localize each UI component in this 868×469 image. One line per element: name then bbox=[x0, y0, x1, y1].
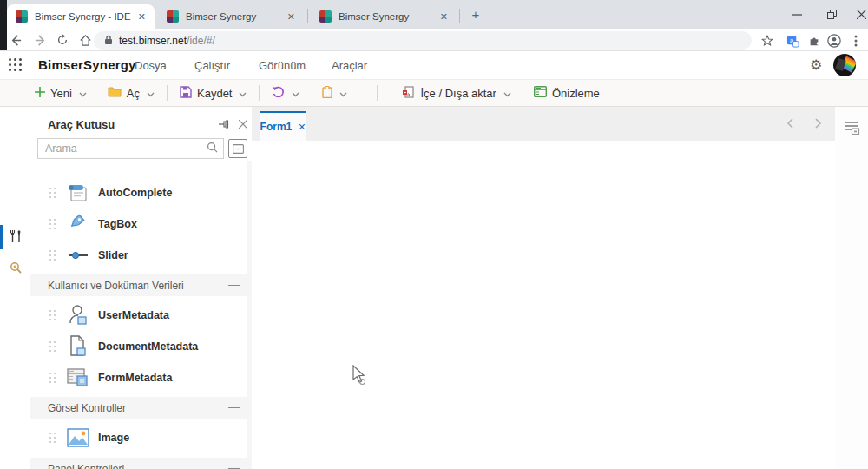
form-metadata-icon bbox=[67, 367, 89, 389]
paste-clipboard-icon bbox=[322, 86, 332, 101]
menu-araclar[interactable]: Araçlar bbox=[332, 59, 367, 72]
forward-icon[interactable] bbox=[31, 31, 49, 49]
user-metadata-icon bbox=[67, 304, 89, 327]
form-tab-close-icon[interactable]: ✕ bbox=[298, 122, 306, 133]
browser-tab-3[interactable]: Bimser Synergy ✕ bbox=[311, 4, 457, 29]
brand-logo-text[interactable]: BimserSynergy bbox=[38, 57, 136, 72]
toolbox-item-tagbox[interactable]: TagBox bbox=[30, 208, 247, 240]
url-host: test.bimser.net bbox=[119, 35, 187, 47]
form-tab-form1[interactable]: Form1 ✕ bbox=[260, 111, 306, 141]
browser-tab-2[interactable]: Bimser Synergy ✕ bbox=[158, 4, 304, 29]
chevron-down-icon bbox=[503, 87, 511, 100]
toolbox-item-label: UserMetadata bbox=[98, 309, 169, 321]
chevron-down-icon bbox=[239, 87, 247, 100]
drag-handle-icon[interactable] bbox=[49, 219, 57, 230]
extension-icon[interactable] bbox=[806, 32, 823, 50]
toolbar-separator bbox=[167, 85, 168, 101]
toolbox-section-panel-controls[interactable]: Panel Kontrolleri — bbox=[30, 458, 252, 469]
open-button[interactable]: Aç bbox=[101, 83, 161, 103]
preview-grid-icon bbox=[534, 86, 547, 100]
tab-close-icon[interactable]: ✕ bbox=[440, 11, 448, 23]
new-tab-icon[interactable]: + bbox=[469, 8, 483, 22]
document-metadata-icon bbox=[67, 335, 89, 358]
tag-icon bbox=[67, 213, 89, 235]
star-icon[interactable] bbox=[759, 32, 776, 50]
save-button-label: Kaydet bbox=[197, 87, 232, 100]
tab-close-icon[interactable]: ✕ bbox=[287, 11, 295, 23]
tab-scroll-left-icon[interactable] bbox=[783, 116, 797, 130]
drag-handle-icon[interactable] bbox=[49, 433, 57, 444]
tab-close-icon[interactable]: ✕ bbox=[138, 11, 146, 23]
toolbox-item-autocomplete[interactable]: AutoComplete bbox=[30, 177, 247, 208]
toolbox-search[interactable] bbox=[37, 138, 224, 159]
toolbox-item-documentmetadata[interactable]: DocumentMetadata bbox=[30, 331, 247, 362]
url-input[interactable]: test.bimser.net/ide/#/ bbox=[94, 31, 752, 50]
close-icon[interactable] bbox=[236, 117, 250, 131]
undo-button[interactable] bbox=[265, 83, 306, 103]
chevron-down-icon bbox=[147, 87, 155, 100]
active-rail-indicator bbox=[0, 225, 3, 249]
toolbox-item-formmetadata[interactable]: FormMetadata bbox=[30, 362, 247, 393]
collapse-section-icon[interactable]: — bbox=[228, 461, 240, 469]
new-button[interactable]: Yeni bbox=[28, 83, 94, 103]
section-title: Görsel Kontroller bbox=[48, 402, 126, 414]
new-button-label: Yeni bbox=[50, 87, 72, 100]
close-icon[interactable] bbox=[844, 0, 868, 28]
toolbox-item-slider[interactable]: Slider bbox=[30, 240, 247, 271]
menu-calistir[interactable]: Çalıştır bbox=[194, 59, 230, 72]
toolbox-item-label: AutoComplete bbox=[98, 187, 172, 199]
tab-separator bbox=[307, 9, 308, 23]
tab-scroll-right-icon[interactable] bbox=[811, 116, 825, 130]
refresh-icon[interactable] bbox=[54, 31, 71, 49]
search-input[interactable] bbox=[45, 142, 207, 155]
drag-handle-icon[interactable] bbox=[49, 341, 57, 353]
browser-tab-active[interactable]: Bimser Synergy - IDE ✕ bbox=[7, 4, 155, 29]
preview-label: Önizleme bbox=[552, 87, 600, 100]
avatar[interactable] bbox=[833, 54, 856, 76]
browser-tab-bar: Bimser Synergy - IDE ✕ Bimser Synergy ✕ … bbox=[0, 0, 868, 29]
preview-button[interactable]: Önizleme bbox=[527, 83, 607, 103]
app-toolbar: Yeni Aç Kaydet İçe / Dışa aktar bbox=[0, 80, 868, 107]
kebab-menu-icon[interactable] bbox=[847, 32, 865, 50]
pin-icon[interactable] bbox=[218, 117, 232, 131]
translate-icon[interactable]: a bbox=[784, 32, 801, 50]
minimize-icon[interactable] bbox=[779, 0, 814, 28]
import-export-button[interactable]: İçe / Dışa aktar bbox=[395, 83, 517, 103]
menu-gorunum[interactable]: Görünüm bbox=[259, 59, 306, 72]
paste-button[interactable] bbox=[315, 83, 354, 103]
waffle-icon[interactable] bbox=[9, 58, 23, 72]
browser-tab-title: Bimser Synergy bbox=[186, 11, 280, 22]
drag-handle-icon[interactable] bbox=[49, 310, 57, 321]
back-icon[interactable] bbox=[7, 31, 24, 49]
browser-tab-title: Bimser Synergy bbox=[339, 11, 433, 22]
collapse-section-icon[interactable]: — bbox=[228, 278, 240, 291]
properties-panel-icon[interactable] bbox=[845, 120, 860, 139]
home-icon[interactable] bbox=[76, 31, 94, 49]
partially-visible-item-icon bbox=[93, 163, 115, 169]
toolbar-separator bbox=[377, 85, 378, 101]
toolbox-item-image[interactable]: Image bbox=[30, 422, 247, 453]
toolbox-item-label: Slider bbox=[98, 249, 128, 261]
chevron-down-icon bbox=[339, 87, 347, 100]
menu-dosya[interactable]: Dosya bbox=[135, 59, 167, 72]
toolbox-item-usermetadata[interactable]: UserMetadata bbox=[30, 300, 247, 331]
toolbox-section-visual-controls[interactable]: Görsel Kontroller — bbox=[30, 397, 252, 419]
drag-handle-icon[interactable] bbox=[49, 373, 57, 384]
app-header: BimserSynergy Dosya Çalıştır Görünüm Ara… bbox=[0, 51, 868, 80]
drag-handle-icon[interactable] bbox=[49, 188, 57, 199]
profile-icon[interactable] bbox=[825, 32, 843, 50]
drag-handle-icon[interactable] bbox=[49, 250, 57, 261]
collapse-all-icon[interactable] bbox=[228, 139, 247, 158]
save-button[interactable]: Kaydet bbox=[173, 83, 253, 103]
tools-icon[interactable] bbox=[8, 228, 23, 244]
form-design-canvas[interactable] bbox=[252, 141, 835, 469]
toolbox-item-label: TagBox bbox=[98, 218, 137, 230]
collapse-section-icon[interactable]: — bbox=[228, 400, 240, 413]
slider-icon bbox=[67, 244, 89, 267]
hint-search-icon[interactable] bbox=[8, 260, 23, 275]
screen: Bimser Synergy - IDE ✕ Bimser Synergy ✕ … bbox=[0, 0, 868, 469]
gear-icon[interactable]: ⚙ bbox=[810, 56, 822, 73]
toolbox-section-user-document-data[interactable]: Kullanıcı ve Doküman Verileri — bbox=[30, 274, 252, 296]
site-favicon bbox=[319, 10, 332, 23]
mouse-cursor bbox=[350, 365, 369, 387]
